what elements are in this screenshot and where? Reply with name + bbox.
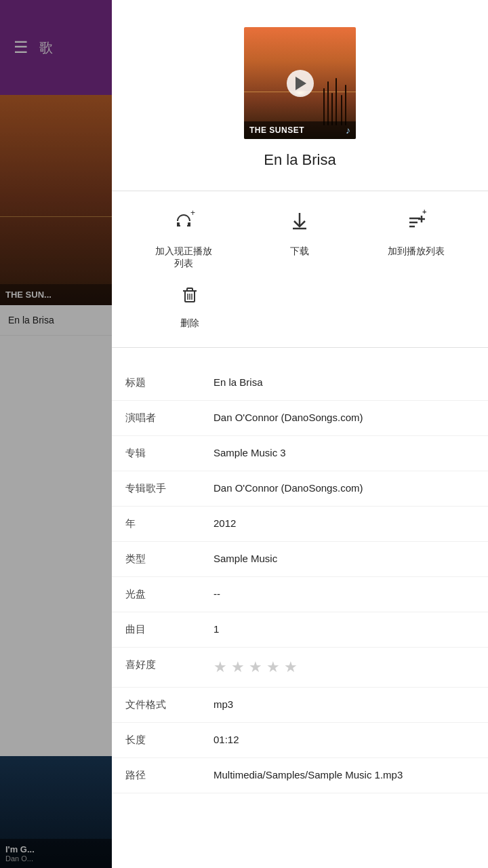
dim-overlay	[0, 0, 112, 868]
delete-label: 删除	[180, 317, 199, 330]
metadata-value-album: Sample Music 3	[214, 447, 474, 458]
download-label: 下载	[290, 245, 309, 257]
metadata-row-year: 年 2012	[112, 507, 488, 542]
main-panel: THE SUNSET ♪ En la Brisa + 加入现正播放	[112, 0, 488, 868]
metadata-value-track: 1	[214, 623, 474, 635]
delete-button[interactable]: 删除	[149, 283, 230, 330]
metadata-row-track: 曲目 1	[112, 612, 488, 648]
album-art-section: THE SUNSET ♪ En la Brisa	[112, 0, 488, 180]
svg-text:+: +	[190, 209, 195, 218]
star-1[interactable]: ★	[214, 658, 227, 676]
divider-middle	[112, 347, 488, 348]
metadata-key-genre: 类型	[125, 553, 214, 566]
svg-text:+: +	[422, 209, 426, 216]
add-to-playlist-label: 加到播放列表	[388, 245, 445, 257]
music-note-icon: ♪	[346, 125, 350, 136]
metadata-value-format: mp3	[214, 698, 474, 710]
add-to-queue-label: 加入现正播放 列表	[155, 245, 212, 269]
metadata-row-format: 文件格式 mp3	[112, 688, 488, 723]
metadata-value-duration: 01:12	[214, 734, 474, 745]
play-triangle-icon	[296, 77, 306, 90]
playlist-plus-icon: +	[404, 209, 428, 238]
metadata-row-genre: 类型 Sample Music	[112, 542, 488, 577]
metadata-value-title: En la Brisa	[214, 376, 474, 388]
add-to-queue-button[interactable]: + 加入现正播放 列表	[143, 209, 224, 269]
metadata-value-album-artist: Dan O'Connor (DanoSongs.com)	[214, 482, 474, 494]
star-2[interactable]: ★	[231, 658, 245, 676]
actions-row: + 加入现正播放 列表 下载	[112, 202, 488, 276]
svg-rect-13	[187, 288, 192, 291]
album-title-text: THE SUNSET	[249, 125, 304, 135]
metadata-key-title: 标题	[125, 376, 214, 389]
download-icon	[287, 209, 312, 238]
metadata-value-artist: Dan O'Connor (DanoSongs.com)	[214, 412, 474, 423]
star-5[interactable]: ★	[284, 658, 298, 676]
song-title-main: En la Brisa	[264, 151, 336, 169]
metadata-row-title: 标题 En la Brisa	[112, 366, 488, 401]
metadata-key-album-artist: 专辑歌手	[125, 482, 214, 495]
metadata-row-artist: 演唱者 Dan O'Connor (DanoSongs.com)	[112, 401, 488, 436]
metadata-key-album: 专辑	[125, 447, 214, 460]
metadata-key-duration: 长度	[125, 734, 214, 747]
metadata-value-disc: --	[214, 588, 474, 599]
metadata-section: 标题 En la Brisa 演唱者 Dan O'Connor (DanoSon…	[112, 359, 488, 800]
metadata-row-duration: 长度 01:12	[112, 723, 488, 758]
metadata-key-track: 曲目	[125, 623, 214, 636]
metadata-row-album: 专辑 Sample Music 3	[112, 436, 488, 471]
metadata-key-year: 年	[125, 517, 214, 530]
svg-rect-1	[188, 222, 190, 226]
metadata-value-genre: Sample Music	[214, 553, 474, 564]
metadata-key-rating: 喜好度	[125, 658, 214, 671]
download-button[interactable]: 下载	[259, 209, 340, 269]
trash-icon	[178, 283, 201, 311]
divider-top	[112, 191, 488, 191]
star-3[interactable]: ★	[249, 658, 262, 676]
reeds-decoration	[322, 85, 349, 125]
metadata-value-path: Multimedia/Samples/Sample Music 1.mp3	[214, 769, 474, 781]
metadata-key-disc: 光盘	[125, 588, 214, 601]
stars-container[interactable]: ★ ★ ★ ★ ★	[214, 658, 474, 676]
album-art[interactable]: THE SUNSET ♪	[244, 27, 356, 139]
metadata-key-format: 文件格式	[125, 698, 214, 711]
metadata-row-rating: 喜好度 ★ ★ ★ ★ ★	[112, 648, 488, 688]
headphones-plus-icon: +	[171, 209, 196, 238]
star-4[interactable]: ★	[266, 658, 280, 676]
delete-row: 删除	[112, 276, 488, 336]
metadata-value-rating[interactable]: ★ ★ ★ ★ ★	[214, 658, 474, 676]
album-label: THE SUNSET ♪	[244, 121, 356, 139]
metadata-key-path: 路径	[125, 769, 214, 782]
metadata-row-path: 路径 Multimedia/Samples/Sample Music 1.mp3	[112, 758, 488, 793]
add-to-playlist-button[interactable]: + 加到播放列表	[375, 209, 457, 269]
svg-rect-0	[177, 222, 180, 226]
metadata-row-disc: 光盘 --	[112, 577, 488, 612]
metadata-row-album-artist: 专辑歌手 Dan O'Connor (DanoSongs.com)	[112, 471, 488, 507]
metadata-value-year: 2012	[214, 517, 474, 529]
metadata-key-artist: 演唱者	[125, 412, 214, 425]
play-button-overlay[interactable]	[287, 70, 314, 97]
